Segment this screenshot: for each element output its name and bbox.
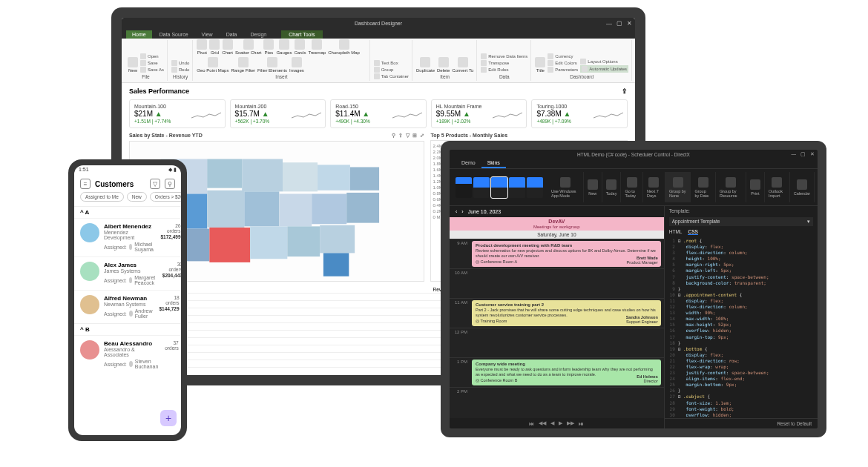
tab-skins[interactable]: Skins <box>481 159 506 168</box>
skin-gallery[interactable] <box>453 172 546 202</box>
kpi-card[interactable]: Mountain-100$21M ▲+1.51M | +7.74% <box>129 99 226 128</box>
tab-datasource[interactable]: Data Source <box>154 30 194 39</box>
insert-images[interactable]: Images <box>289 57 304 73</box>
undo-button[interactable]: Undo <box>171 60 189 66</box>
tool-outlook-import[interactable]: Outlook Import <box>765 172 790 202</box>
layout-text-box[interactable]: Text Box <box>374 60 398 66</box>
insert-grid[interactable]: Grid <box>209 39 220 55</box>
filter-chip[interactable]: New <box>127 192 147 202</box>
next-icon[interactable]: › <box>461 209 463 214</box>
search-icon[interactable]: ⚲ <box>165 179 175 189</box>
save-button[interactable]: Save <box>140 60 158 66</box>
insert-pies[interactable]: Pies <box>263 39 274 55</box>
new-button[interactable]: New <box>128 57 138 73</box>
insert-chart[interactable]: Chart <box>222 39 233 55</box>
prev-icon[interactable]: ◀ <box>550 420 554 426</box>
customer-row[interactable]: Albert MenendezMenendez DevelopmentAssig… <box>74 218 181 256</box>
multi-select-icon[interactable]: ⊞ <box>412 133 417 139</box>
maximize-icon[interactable]: ▢ <box>617 20 622 27</box>
tab-demo[interactable]: Demo <box>456 159 481 168</box>
insert-pivot[interactable]: Pivot <box>197 39 207 55</box>
reset-button[interactable]: Reset to Default <box>665 418 818 428</box>
tab-css[interactable]: CSS <box>688 229 697 235</box>
template-select[interactable]: Appointment Template▾ <box>669 217 813 226</box>
fab-add[interactable]: + <box>160 410 177 426</box>
first-icon[interactable]: ⏮ <box>529 421 534 426</box>
insert-range-filter[interactable]: Range Filter <box>231 57 255 73</box>
tool-group-by-date[interactable]: Group by Date <box>691 172 716 202</box>
data-remove-data-items[interactable]: Remove Data Items <box>481 53 527 59</box>
insert-gauges[interactable]: Gauges <box>276 39 292 55</box>
close-icon[interactable]: ✕ <box>810 151 815 157</box>
layout-tab-container[interactable]: Tab Container <box>374 73 409 79</box>
css-editor[interactable]: 1⊟ .root {2 display: flex;3 flex-directi… <box>665 236 818 418</box>
convert-button[interactable]: Convert To <box>452 57 473 73</box>
time-slot[interactable]: 12 PM <box>450 328 664 357</box>
redo-button[interactable]: Redo <box>171 67 189 73</box>
maximize-icon[interactable]: ▢ <box>800 151 806 157</box>
data-edit-rules[interactable]: Edit Rules <box>481 67 508 73</box>
kpi-card[interactable]: HL Mountain Frame$9.55M ▲+189K | +2.02% <box>431 99 527 128</box>
data-transpose[interactable]: Transpose <box>481 60 509 66</box>
save-as-button[interactable]: Save As <box>140 67 164 73</box>
prev-icon[interactable]: ‹ <box>456 209 457 214</box>
edit-colors-button[interactable]: Edit Colors <box>548 60 576 66</box>
kpi-card[interactable]: Mountain-200$15.7M ▲+562K | +3.70% <box>230 99 326 128</box>
open-button[interactable]: Open <box>140 53 159 59</box>
kpi-card[interactable]: Road-150$11.4M ▲+490K | +4.30% <box>330 99 427 128</box>
layout-group[interactable]: Group <box>374 67 394 73</box>
customer-row[interactable]: Alex JamesJames SystemsAssigned: Margare… <box>74 256 181 290</box>
last-icon[interactable]: ⏭ <box>579 421 584 426</box>
insert-choropleth-map[interactable]: Choropleth Map <box>328 39 360 55</box>
appointment[interactable]: Product development meeting with R&D tea… <box>472 241 661 267</box>
tool-new[interactable]: New <box>584 172 602 202</box>
layout-options-button[interactable]: Layout Options <box>580 59 617 64</box>
appointment[interactable]: Company wide meetingEveryone must be rea… <box>472 360 661 385</box>
insert-filter-elements[interactable]: Filter Elements <box>257 57 287 73</box>
kpi-card[interactable]: Touring-1000$7.38M ▲+489K | +7.09% <box>531 99 628 128</box>
parameters-button[interactable]: Parameters <box>548 67 578 73</box>
export-icon[interactable]: ⇪ <box>398 133 403 139</box>
tab-home[interactable]: Home <box>126 30 152 39</box>
time-slot[interactable]: 11 AMCustomer service training part 2Par… <box>450 298 664 328</box>
insert-scatter-chart[interactable]: Scatter Chart <box>235 39 261 55</box>
time-slot[interactable]: 1 PMCompany wide meetingEveryone must be… <box>450 357 664 387</box>
tab-design[interactable]: Design <box>244 30 272 39</box>
prev-page-icon[interactable]: ◀◀ <box>539 420 546 426</box>
filter-icon[interactable]: ▽ <box>150 179 160 189</box>
close-icon[interactable]: ✕ <box>627 20 632 27</box>
maximize-icon[interactable]: ⤢ <box>420 133 424 139</box>
tool-print[interactable]: Print <box>746 172 765 202</box>
delete-button[interactable]: Delete <box>437 57 450 73</box>
tool-today[interactable]: Today <box>602 172 622 202</box>
insert-geo-point-maps[interactable]: Geo Point Maps <box>197 57 228 73</box>
tool-next-7-days[interactable]: Next 7 Days <box>643 172 665 202</box>
time-slot[interactable]: 10 AM <box>450 268 664 298</box>
export-icon[interactable]: ⇪ <box>622 87 628 95</box>
time-slot[interactable]: 2 PM <box>450 387 664 417</box>
tool-go-to-today[interactable]: Go to Today <box>621 172 643 202</box>
filter-chip[interactable]: Orders > $200k <box>150 192 181 202</box>
time-slot[interactable]: 9 AMProduct development meeting with R&D… <box>450 239 664 268</box>
menu-icon[interactable]: ≡ <box>80 179 91 189</box>
minimize-icon[interactable]: — <box>792 151 797 157</box>
auto-updates-button[interactable]: Automatic Updates <box>580 65 628 73</box>
insert-treemap[interactable]: Treemap <box>308 39 326 55</box>
duplicate-button[interactable]: Duplicate <box>416 57 435 73</box>
insert-cards[interactable]: Cards <box>294 39 306 55</box>
appointment[interactable]: Customer service training part 2Part 2 -… <box>472 300 661 326</box>
filter-icon[interactable]: ▽ <box>406 133 410 139</box>
customer-row[interactable]: Alfred NewmanNewman SystemsAssigned: And… <box>74 290 181 323</box>
customer-row[interactable]: Beau AlessandroAlessandro & AssociatesAs… <box>74 335 181 374</box>
tab-view[interactable]: View <box>196 30 219 39</box>
filter-chip[interactable]: Assigned to Me <box>80 192 124 202</box>
tool-group-by-resource[interactable]: Group by Resource <box>716 172 746 202</box>
tool-calendar[interactable]: Calendar <box>790 172 815 202</box>
tab-html[interactable]: HTML <box>669 229 683 235</box>
timeline[interactable]: 9 AMProduct development meeting with R&D… <box>450 239 664 418</box>
tool-use-windows-app-mode[interactable]: Use Windows App Mode <box>548 172 584 202</box>
search-icon[interactable]: ⚲ <box>392 133 395 139</box>
next-page-icon[interactable]: ▶▶ <box>567 420 574 426</box>
minimize-icon[interactable]: — <box>606 20 612 27</box>
tool-group-by-none[interactable]: Group by None <box>665 172 691 202</box>
